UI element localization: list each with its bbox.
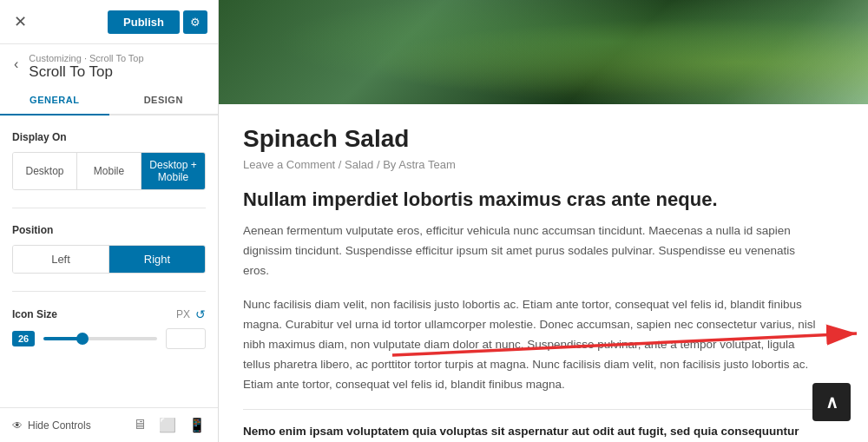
desktop-icon[interactable]: 🖥 xyxy=(133,417,147,433)
right-panel: Spinach Salad Leave a Comment / Salad / … xyxy=(219,0,868,442)
close-button[interactable]: ✕ xyxy=(10,9,30,35)
slider-row: 26 26 xyxy=(12,328,206,349)
gear-icon: ⚙ xyxy=(190,16,201,29)
display-desktop-mobile-btn[interactable]: Desktop + Mobile xyxy=(141,153,205,189)
icon-size-label: Icon Size xyxy=(12,308,57,320)
icon-size-unit-area: PX ↺ xyxy=(176,307,206,321)
scroll-to-top-button[interactable]: ∧ xyxy=(812,383,851,421)
publish-area: Publish ⚙ xyxy=(108,10,207,34)
position-left-btn[interactable]: Left xyxy=(13,246,109,273)
panel-footer: 👁 Hide Controls 🖥 ⬜ 📱 xyxy=(0,407,218,442)
hide-controls-label: Hide Controls xyxy=(28,419,91,432)
close-icon: ✕ xyxy=(14,13,27,30)
device-icons: 🖥 ⬜ 📱 xyxy=(133,417,206,433)
article-body: Aenean fermentum vulputate eros, efficit… xyxy=(243,221,819,395)
icon-size-unit-text: PX xyxy=(176,308,190,320)
position-group: Left Right xyxy=(12,245,206,274)
icon-size-input[interactable]: 26 xyxy=(166,328,206,349)
breadcrumb-title: Scroll To Top xyxy=(29,63,143,81)
display-on-label: Display On xyxy=(12,131,206,143)
paragraph-2: Nunc facilisis diam velit, non facilisis… xyxy=(243,295,819,395)
tablet-icon[interactable]: ⬜ xyxy=(159,417,176,433)
settings-button[interactable]: ⚙ xyxy=(183,10,207,34)
tabs: GENERAL DESIGN xyxy=(0,86,218,115)
panel-header: ✕ Publish ⚙ xyxy=(0,0,218,44)
icon-size-header: Icon Size PX ↺ xyxy=(12,307,206,321)
refresh-button[interactable]: ↺ xyxy=(195,307,206,321)
breadcrumb-text: Customizing · Scroll To Top Scroll To To… xyxy=(29,53,143,81)
breadcrumb-nav: Customizing · Scroll To Top xyxy=(29,53,143,63)
back-arrow-icon: ‹ xyxy=(14,56,18,71)
mobile-icon[interactable]: 📱 xyxy=(188,417,206,433)
content-area: Spinach Salad Leave a Comment / Salad / … xyxy=(219,104,844,442)
position-right-btn[interactable]: Right xyxy=(109,246,205,273)
display-mobile-btn[interactable]: Mobile xyxy=(77,153,141,189)
hero-image xyxy=(219,0,868,104)
icon-size-slider[interactable] xyxy=(43,337,157,340)
hide-controls-button[interactable]: 👁 Hide Controls xyxy=(12,419,91,432)
paragraph-1: Aenean fermentum vulputate eros, efficit… xyxy=(243,221,819,281)
article-meta: Leave a Comment / Salad / By Astra Team xyxy=(243,158,819,171)
panel-content: Display On Desktop Mobile Desktop + Mobi… xyxy=(0,115,218,407)
article-title: Spinach Salad xyxy=(243,125,819,153)
size-badge: 26 xyxy=(12,331,35,346)
divider-2 xyxy=(12,291,206,292)
position-label: Position xyxy=(12,224,206,236)
breadcrumb: ‹ Customizing · Scroll To Top Scroll To … xyxy=(0,44,218,86)
publish-button[interactable]: Publish xyxy=(108,10,180,34)
tab-design[interactable]: DESIGN xyxy=(109,86,219,114)
scroll-up-icon: ∧ xyxy=(825,392,838,412)
left-panel: ✕ Publish ⚙ ‹ Customizing · Scroll To To… xyxy=(0,0,219,442)
highlighted-text: Nemo enim ipsam voluptatem quia voluptas… xyxy=(243,409,819,443)
display-on-group: Desktop Mobile Desktop + Mobile xyxy=(12,152,206,190)
article-subtitle: Nullam imperdiet lobortis maximus cras a… xyxy=(243,188,819,211)
tab-general[interactable]: GENERAL xyxy=(0,86,109,115)
display-desktop-btn[interactable]: Desktop xyxy=(13,153,77,189)
eye-icon: 👁 xyxy=(12,419,23,432)
divider-1 xyxy=(12,208,206,208)
back-button[interactable]: ‹ xyxy=(10,55,22,74)
